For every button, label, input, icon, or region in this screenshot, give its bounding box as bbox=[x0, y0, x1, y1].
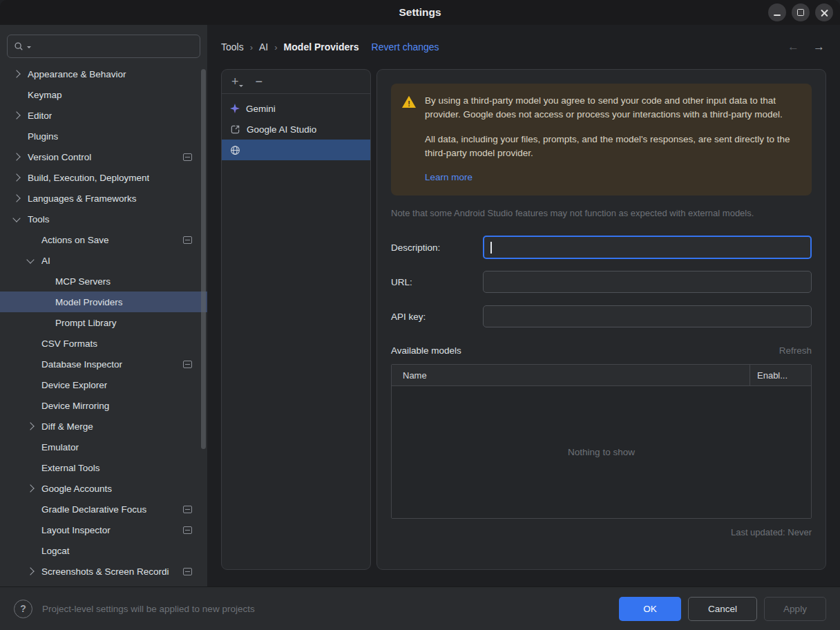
sidebar-item-external-tools[interactable]: External Tools bbox=[0, 457, 207, 478]
api-key-label: API key: bbox=[391, 312, 483, 322]
providers-toolbar: + − bbox=[222, 70, 370, 94]
models-table-header: Name Enabl... bbox=[392, 365, 811, 386]
last-updated-label: Last updated: Never bbox=[391, 527, 812, 537]
close-button[interactable] bbox=[815, 3, 833, 21]
chevron-right-icon bbox=[12, 194, 20, 202]
models-table-empty-state: Nothing to show bbox=[392, 386, 811, 518]
gemini-icon bbox=[230, 104, 240, 113]
breadcrumb-tools[interactable]: Tools bbox=[221, 41, 244, 52]
maximize-icon bbox=[797, 9, 804, 16]
screen-settings-icon bbox=[183, 568, 192, 575]
sidebar-item-gradle-declarative-focus[interactable]: Gradle Declarative Focus bbox=[0, 499, 207, 519]
globe-icon bbox=[230, 145, 240, 155]
sidebar-item-model-providers[interactable]: Model Providers bbox=[0, 292, 207, 312]
sidebar-item-device-explorer[interactable]: Device Explorer bbox=[0, 374, 207, 395]
sidebar-item-emulator[interactable]: Emulator bbox=[0, 437, 207, 457]
settings-search-input[interactable] bbox=[35, 41, 193, 52]
sidebar-item-layout-inspector[interactable]: Layout Inspector bbox=[0, 519, 207, 540]
breadcrumb: Tools › AI › Model Providers Revert chan… bbox=[221, 25, 826, 69]
sidebar-item-csv-formats[interactable]: CSV Formats bbox=[0, 333, 207, 354]
add-provider-icon[interactable]: + bbox=[231, 75, 239, 88]
minimize-icon bbox=[774, 15, 781, 16]
api-key-row: API key: bbox=[391, 305, 812, 327]
sidebar-item-tools[interactable]: Tools bbox=[0, 209, 207, 229]
sidebar-item-logcat[interactable]: Logcat bbox=[0, 540, 207, 561]
sidebar-item-actions-on-save[interactable]: Actions on Save bbox=[0, 229, 207, 250]
remove-provider-icon[interactable]: − bbox=[256, 75, 263, 88]
history-nav: ← → bbox=[788, 40, 826, 54]
sidebar-item-ai[interactable]: AI bbox=[0, 250, 207, 271]
provider-item-new[interactable] bbox=[222, 140, 370, 160]
description-label: Description: bbox=[391, 242, 483, 253]
sidebar-item-diff-merge[interactable]: Diff & Merge bbox=[0, 416, 207, 437]
description-row: Description: bbox=[391, 236, 812, 258]
sidebar-item-google-accounts[interactable]: Google Accounts bbox=[0, 478, 207, 499]
footer-buttons: OK Cancel Apply bbox=[619, 597, 826, 621]
sidebar-item-mcp-servers[interactable]: MCP Servers bbox=[0, 271, 207, 292]
screen-settings-icon bbox=[183, 236, 192, 244]
api-key-input[interactable] bbox=[483, 305, 812, 327]
cancel-button[interactable]: Cancel bbox=[688, 597, 757, 621]
sidebar-item-device-mirroring[interactable]: Device Mirroring bbox=[0, 395, 207, 416]
sidebar-item-keymap[interactable]: Keymap bbox=[0, 84, 207, 105]
sidebar-item-prompt-library[interactable]: Prompt Library bbox=[0, 312, 207, 333]
screen-settings-icon bbox=[183, 153, 192, 161]
forward-icon[interactable]: → bbox=[813, 40, 825, 54]
sidebar-item-plugins[interactable]: Plugins bbox=[0, 126, 207, 146]
sidebar-item-screenshots-screen-recording[interactable]: Screenshots & Screen Recordi bbox=[0, 561, 207, 582]
project-level-note: Project-level settings will be applied t… bbox=[42, 604, 255, 614]
chevron-down-icon bbox=[26, 256, 34, 263]
screen-settings-icon bbox=[183, 526, 192, 534]
search-icon bbox=[14, 41, 23, 51]
dialog-footer: ? Project-level settings will be applied… bbox=[0, 586, 840, 630]
description-input[interactable] bbox=[483, 236, 812, 259]
screen-settings-icon bbox=[183, 361, 192, 368]
url-input[interactable] bbox=[483, 271, 812, 293]
providers-list: Gemini Google AI Studio bbox=[222, 94, 370, 160]
column-header-enabled[interactable]: Enabl... bbox=[750, 365, 811, 385]
external-models-note: Note that some Android Studio features m… bbox=[391, 208, 812, 218]
warning-paragraph-1: By using a third-party model you agree t… bbox=[425, 94, 801, 122]
back-icon[interactable]: ← bbox=[788, 40, 799, 54]
settings-window: Settings Appearance & Behavior Keymap Ed… bbox=[0, 0, 840, 630]
sidebar-item-appearance-behavior[interactable]: Appearance & Behavior bbox=[0, 64, 207, 84]
provider-item-google-ai-studio[interactable]: Google AI Studio bbox=[222, 119, 370, 140]
settings-search-box[interactable] bbox=[7, 35, 200, 58]
revert-changes-link[interactable]: Revert changes bbox=[372, 41, 439, 52]
warning-text: By using a third-party model you agree t… bbox=[425, 94, 801, 184]
warning-icon bbox=[402, 95, 416, 108]
ok-button[interactable]: OK bbox=[619, 597, 681, 621]
sidebar-item-editor[interactable]: Editor bbox=[0, 105, 207, 126]
breadcrumb-ai[interactable]: AI bbox=[259, 41, 268, 52]
sidebar-scrollbar[interactable] bbox=[201, 69, 206, 449]
sidebar-item-database-inspector[interactable]: Database Inspector bbox=[0, 354, 207, 374]
maximize-button[interactable] bbox=[792, 3, 810, 21]
column-header-name[interactable]: Name bbox=[392, 365, 750, 385]
help-button[interactable]: ? bbox=[14, 600, 32, 618]
url-row: URL: bbox=[391, 271, 812, 293]
learn-more-link[interactable]: Learn more bbox=[425, 171, 472, 184]
ai-studio-icon bbox=[230, 124, 240, 135]
provider-item-gemini[interactable]: Gemini bbox=[222, 98, 370, 119]
sidebar-item-languages-frameworks[interactable]: Languages & Frameworks bbox=[0, 188, 207, 209]
breadcrumb-separator-icon: › bbox=[274, 42, 277, 52]
refresh-button[interactable]: Refresh bbox=[779, 345, 812, 356]
breadcrumb-separator-icon: › bbox=[250, 42, 253, 52]
sidebar-item-build-execution-deployment[interactable]: Build, Execution, Deployment bbox=[0, 167, 207, 188]
apply-button[interactable]: Apply bbox=[764, 597, 826, 621]
url-label: URL: bbox=[391, 277, 483, 287]
chevron-right-icon bbox=[12, 111, 20, 119]
chevron-right-icon bbox=[26, 567, 34, 575]
third-party-warning-banner: By using a third-party model you agree t… bbox=[391, 84, 812, 195]
warning-paragraph-2: All data, including your files, prompts,… bbox=[425, 133, 801, 161]
text-caret bbox=[490, 242, 492, 254]
available-models-header: Available models Refresh bbox=[391, 345, 812, 356]
chevron-right-icon bbox=[26, 422, 34, 430]
available-models-title: Available models bbox=[391, 345, 461, 356]
provider-detail-panel: By using a third-party model you agree t… bbox=[376, 69, 826, 570]
minimize-button[interactable] bbox=[768, 3, 786, 21]
chevron-right-icon bbox=[12, 173, 20, 181]
chevron-right-icon bbox=[12, 153, 20, 160]
sidebar-item-version-control[interactable]: Version Control bbox=[0, 146, 207, 167]
chevron-right-icon bbox=[26, 484, 34, 492]
